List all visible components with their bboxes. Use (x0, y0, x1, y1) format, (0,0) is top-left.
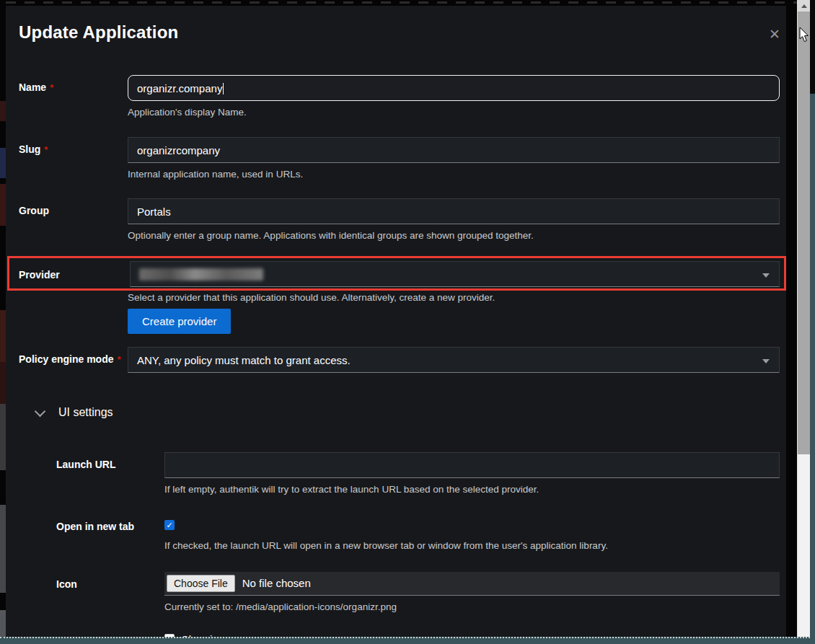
create-provider-button[interactable]: Create provider (128, 309, 231, 334)
required-marker: * (44, 144, 48, 155)
chevron-down-icon[interactable] (35, 405, 46, 417)
form-row-launch-url: Launch URL If left empty, authentik will… (56, 452, 780, 496)
icon-file-input[interactable]: Choose File No file chosen (164, 572, 780, 596)
ui-settings-header[interactable]: UI settings (19, 404, 780, 421)
backdrop-fragment (0, 362, 6, 404)
window-bottom-strip (0, 637, 810, 644)
backdrop-fragment (0, 310, 6, 362)
provider-help: Select a provider that this application … (128, 291, 780, 304)
dropdown-caret-icon (762, 273, 770, 278)
slug-help: Internal application name, used in URLs. (128, 167, 780, 181)
scroll-up-button[interactable] (798, 0, 810, 12)
ui-settings-title: UI settings (58, 406, 113, 419)
open-in-new-tab-label: Open in new tab (56, 514, 164, 532)
update-application-modal: Update Application ✕ Name* organizr.comp… (6, 6, 786, 638)
required-marker: * (50, 82, 53, 93)
backdrop-fragment (0, 148, 6, 178)
form-row-open-in-new-tab: Open in new tab ✓ If checked, the launch… (56, 514, 780, 552)
open-in-new-tab-help: If checked, the launch URL will open in … (164, 539, 780, 552)
name-input[interactable]: organizr.company (128, 75, 780, 101)
vertical-scrollbar[interactable] (797, 0, 810, 644)
form-row-icon: Icon Choose File No file chosen Currentl… (56, 572, 780, 614)
text-caret (223, 83, 224, 94)
backdrop-fragment (0, 505, 6, 593)
slug-input[interactable]: organizrcompany (128, 137, 780, 163)
launch-url-label: Launch URL (56, 452, 164, 470)
window-edge-strip (810, 0, 815, 644)
name-help: Application's display Name. (128, 105, 780, 119)
provider-help-row: Select a provider that this application … (19, 291, 780, 334)
icon-help: Currently set to: /media/application-ico… (164, 600, 780, 614)
provider-select[interactable] (130, 261, 780, 287)
required-marker: * (117, 354, 120, 365)
check-icon: ✓ (166, 521, 172, 530)
backdrop-fragment (0, 184, 6, 226)
page-title: Update Application (19, 20, 780, 44)
launch-url-help: If left empty, authentik will try to ext… (164, 482, 780, 496)
dropdown-caret-icon (762, 359, 770, 363)
form-row-slug: Slug* organizrcompany Internal applicati… (19, 137, 780, 181)
form-row-policy-engine-mode: Policy engine mode* ANY, any policy must… (19, 347, 780, 373)
window-edge-cap (810, 0, 815, 94)
scrollbar-thumb[interactable] (798, 12, 810, 454)
arrow-up-icon (801, 4, 807, 8)
close-icon[interactable]: ✕ (769, 27, 780, 41)
policy-engine-mode-select[interactable]: ANY, any policy must match to grant acce… (128, 347, 780, 373)
group-input[interactable]: Portals (128, 198, 780, 224)
form-row-name: Name* organizr.company Application's dis… (19, 75, 780, 119)
backdrop-fragment (0, 404, 6, 470)
backdrop-fragment (0, 101, 6, 121)
file-status-text: No file chosen (242, 577, 311, 589)
mouse-cursor (799, 27, 809, 43)
provider-label: Provider (19, 261, 130, 281)
focus-outline-dashes (6, 1, 798, 4)
form-row-group: Group Portals Optionally enter a group n… (19, 198, 780, 242)
slug-label: Slug* (19, 137, 128, 155)
policy-engine-mode-label: Policy engine mode* (19, 347, 128, 365)
launch-url-input[interactable] (164, 452, 780, 478)
provider-annotation-box: Provider (7, 256, 786, 291)
icon-label: Icon (56, 572, 164, 590)
group-help: Optionally enter a group name. Applicati… (128, 229, 780, 242)
redacted-provider-value (139, 268, 263, 281)
open-in-new-tab-checkbox[interactable]: ✓ (164, 520, 175, 530)
backdrop-fragment (0, 610, 6, 638)
spacer (19, 291, 128, 297)
group-label: Group (19, 198, 128, 216)
name-label: Name* (19, 75, 128, 93)
choose-file-button[interactable]: Choose File (167, 575, 235, 592)
